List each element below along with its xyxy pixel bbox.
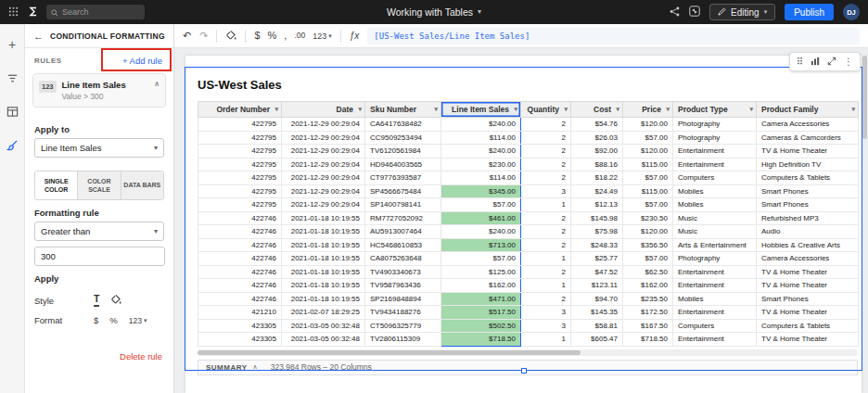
fill-color-icon[interactable] <box>225 30 236 43</box>
search-input[interactable] <box>62 7 136 17</box>
percent-format-icon[interactable]: % <box>268 31 277 41</box>
currency-format-icon[interactable]: $ <box>94 315 98 325</box>
sigma-logo[interactable] <box>27 6 38 19</box>
table-row[interactable]: 4227952021-12-29 00:29:04CT9776393587$11… <box>198 171 859 185</box>
tab-data-bars[interactable]: DATA BARS <box>121 171 163 199</box>
kebab-menu-icon[interactable]: ⋮ <box>844 57 853 67</box>
table-cell: $162.00 <box>441 279 521 293</box>
collapse-chevron-icon[interactable]: ∧ <box>154 80 160 88</box>
undo-icon[interactable]: ↶ <box>183 31 191 41</box>
table-title[interactable]: US-West Sales <box>198 78 862 92</box>
document-title[interactable]: Working with Tables ▾ <box>387 0 481 24</box>
version-history-icon[interactable] <box>689 6 700 19</box>
table-row[interactable]: 4227462021-01-18 10:19:55RM7727052092$46… <box>198 211 859 225</box>
table-row[interactable]: 4227462021-01-18 10:19:55CA8075263648$57… <box>198 252 859 266</box>
table-cell: 2021-01-18 10:19:55 <box>282 279 365 293</box>
column-header-price[interactable]: Price▾ <box>623 102 673 118</box>
table-row[interactable]: 4227462021-01-18 10:19:55TV9587963436$16… <box>198 279 859 293</box>
number-format-icon[interactable]: 123 ▾ <box>313 32 332 41</box>
table-row[interactable]: 4233052021-03-05 00:32:48TV2806115309$71… <box>198 333 859 347</box>
table-cell: $75.98 <box>571 225 623 239</box>
user-avatar[interactable]: DJ <box>843 4 860 20</box>
table-cell: $356.50 <box>623 238 673 252</box>
apply-to-select[interactable]: Line Item Sales ▾ <box>34 138 164 158</box>
column-header-order-number[interactable]: Order Number▾ <box>198 102 282 118</box>
collapse-chevron-icon[interactable]: ∧ <box>253 363 258 371</box>
table-row[interactable]: 4227952021-12-29 00:29:04CC9509253494$11… <box>198 131 859 145</box>
add-rule-button[interactable]: + Add rule <box>122 56 162 66</box>
table-cell: Camera Accessories <box>757 118 859 132</box>
table-row[interactable]: 4227952021-12-29 00:29:04SP1400798141$57… <box>198 198 859 212</box>
apply-to-label: Apply to <box>34 124 164 134</box>
column-menu-caret-icon[interactable]: ▾ <box>514 106 517 113</box>
tab-single-color[interactable]: SINGLE COLOR <box>35 171 78 199</box>
delete-rule-button[interactable]: Delete rule <box>120 351 162 361</box>
add-element-icon[interactable]: + <box>5 37 19 52</box>
maximize-icon[interactable] <box>827 57 836 68</box>
table-cell: $94.70 <box>571 292 623 306</box>
table-row[interactable]: 4227462021-01-18 10:19:55SP2169848894$47… <box>198 292 859 306</box>
number-format-icon[interactable]: 123 ▾ <box>129 316 147 325</box>
formula-bar[interactable]: [US-West Sales/Line Item Sales] <box>367 28 860 44</box>
publish-button[interactable]: Publish <box>785 4 834 20</box>
horizontal-scrollbar-thumb[interactable] <box>198 350 581 355</box>
tab-color-scale[interactable]: COLOR SCALE <box>78 171 121 199</box>
column-header-quantity[interactable]: Quantity▾ <box>521 102 571 118</box>
table-cell: $162.00 <box>623 279 673 293</box>
column-menu-caret-icon[interactable]: ▾ <box>749 106 753 113</box>
page-elements-icon[interactable] <box>5 70 19 85</box>
editing-mode-button[interactable]: Editing ▾ <box>709 4 775 20</box>
column-menu-caret-icon[interactable]: ▾ <box>434 106 438 113</box>
share-icon[interactable] <box>670 6 680 19</box>
global-search[interactable] <box>46 5 145 19</box>
column-header-cost[interactable]: Cost▾ <box>571 102 623 118</box>
table-row[interactable]: 4227952021-12-29 00:29:04SP4566675484$34… <box>198 184 859 198</box>
decimal-format-icon[interactable]: .00 <box>294 32 305 40</box>
table-row[interactable]: 4227952021-12-29 00:29:04TV6120561984$24… <box>198 145 859 158</box>
table-cell: Computers <box>673 171 757 185</box>
table-row[interactable]: 4227462021-01-18 10:19:55TV4903340673$12… <box>198 265 859 279</box>
back-arrow-icon[interactable]: ← <box>33 31 44 42</box>
table-cell: $248.33 <box>571 238 623 252</box>
percent-format-icon[interactable]: % <box>109 315 117 325</box>
column-menu-caret-icon[interactable]: ▾ <box>564 106 568 113</box>
text-color-icon[interactable]: T <box>94 294 99 307</box>
column-header-product-type[interactable]: Product Type▾ <box>673 102 757 118</box>
table-row[interactable]: 4212102021-02-07 18:29:25TV9434188276$51… <box>198 306 859 320</box>
threshold-input[interactable] <box>34 247 165 266</box>
column-menu-caret-icon[interactable]: ▾ <box>358 106 362 113</box>
table-cell: Photography <box>673 131 757 145</box>
column-header-date[interactable]: Date▾ <box>282 102 365 118</box>
formatting-rule-select[interactable]: Greater than ▾ <box>34 222 164 241</box>
redo-icon[interactable]: ↷ <box>199 31 208 41</box>
table-row[interactable]: 4227462021-01-18 10:19:55AU5913007464$24… <box>198 225 859 239</box>
table-row[interactable]: 4227462021-01-18 10:19:55HC5468610853$71… <box>198 238 859 252</box>
vertical-scrollbar-thumb[interactable] <box>862 56 867 139</box>
fill-color-icon[interactable] <box>110 292 121 309</box>
column-menu-caret-icon[interactable]: ▾ <box>666 106 670 113</box>
summary-bar: SUMMARY ∧ 323,984 Rows – 20 Columns <box>198 360 858 375</box>
table-element-icon[interactable] <box>5 104 19 119</box>
rule-card[interactable]: 123 Line Item Sales Value > 300 ∧ <box>32 73 166 108</box>
table-cell: TV & Home Theater <box>757 279 859 293</box>
column-menu-caret-icon[interactable]: ▾ <box>851 106 855 113</box>
format-brush-icon[interactable] <box>5 137 19 152</box>
column-menu-caret-icon[interactable]: ▾ <box>616 106 619 113</box>
table-cell: 422746 <box>198 211 282 225</box>
drag-grip-icon[interactable]: ⠿ <box>797 57 803 67</box>
comma-format-icon[interactable]: , <box>284 31 287 41</box>
table-cell: TV9587963436 <box>365 279 441 293</box>
waffle-menu-icon[interactable] <box>8 6 19 19</box>
column-menu-caret-icon[interactable]: ▾ <box>274 106 278 113</box>
column-header-product-family[interactable]: Product Family▾ <box>757 102 859 118</box>
currency-format-icon[interactable]: $ <box>254 31 260 41</box>
resize-handle[interactable] <box>521 368 527 374</box>
chart-icon[interactable] <box>811 57 820 68</box>
table-row[interactable]: 4227952021-12-29 00:29:04HD9464003565$23… <box>198 158 859 171</box>
horizontal-scrollbar[interactable] <box>198 349 858 356</box>
table-row[interactable]: 4233052021-03-05 00:32:48CT5096325779$50… <box>198 319 859 333</box>
table-row[interactable]: 4227952021-12-29 00:29:04CA6417638482$24… <box>198 118 859 132</box>
column-header-line-item-sales[interactable]: Line Item Sales▾ <box>441 102 521 118</box>
table-cell: 422746 <box>198 238 282 252</box>
column-header-sku-number[interactable]: Sku Number▾ <box>365 102 441 118</box>
